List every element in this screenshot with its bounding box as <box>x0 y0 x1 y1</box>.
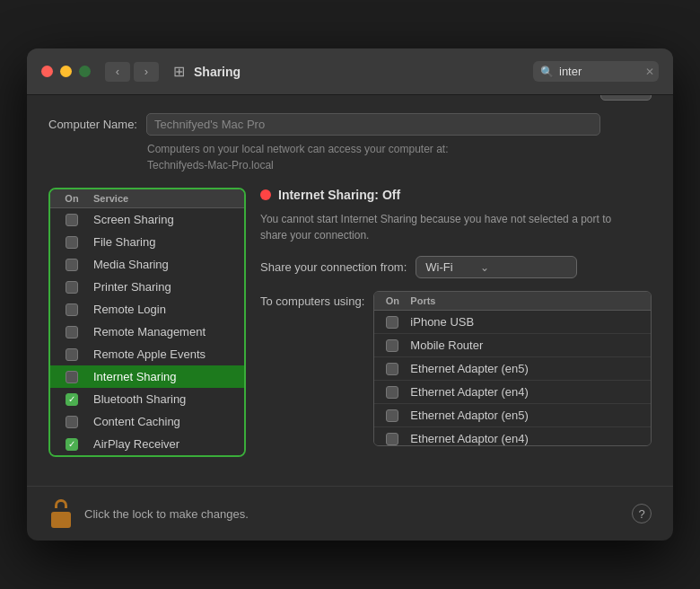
service-item-file-sharing[interactable]: File Sharing <box>50 231 244 253</box>
status-title: Internet Sharing: Off <box>278 188 400 202</box>
traffic-lights <box>41 66 91 77</box>
service-item-bluetooth-sharing[interactable]: Bluetooth Sharing <box>50 388 244 410</box>
ports-header-on: On <box>374 295 410 306</box>
back-button[interactable]: ‹ <box>105 62 130 82</box>
ports-header: On Ports <box>374 292 651 311</box>
service-item-screen-sharing[interactable]: Screen Sharing <box>50 208 244 231</box>
ports-header-ports: Ports <box>410 295 651 306</box>
port-name-ethernet-adaptor-en5: Ethernet Adaptor (en5) <box>410 409 651 422</box>
service-name-printer-sharing: Printer Sharing <box>93 280 244 294</box>
service-item-printer-sharing[interactable]: Printer Sharing <box>50 276 244 298</box>
address-line2: Technifyeds-Mac-Pro.local <box>147 157 600 173</box>
ports-body: iPhone USB Mobile Router Ethernet Adapte… <box>374 311 651 445</box>
service-name-content-caching: Content Caching <box>93 415 244 428</box>
address-line1: Computers on your local network can acce… <box>147 141 600 157</box>
service-name-airplay-receiver: AirPlay Receiver <box>93 437 244 451</box>
port-checkbox-ethernet-en5[interactable] <box>374 363 410 375</box>
port-name-ethernet-adaptor-en4: Ethernet Adaptor (en4) <box>410 432 651 445</box>
chevron-down-icon: ⌄ <box>480 261 489 274</box>
service-item-remote-apple-events[interactable]: Remote Apple Events <box>50 343 244 365</box>
service-item-media-sharing[interactable]: Media Sharing <box>50 253 244 276</box>
port-name-ethernet-en5: Ethernet Adapter (en5) <box>410 362 651 375</box>
search-bar[interactable]: 🔍 ✕ <box>533 61 659 82</box>
port-item-iphone-usb[interactable]: iPhone USB <box>374 311 651 334</box>
status-indicator <box>260 189 271 200</box>
service-checkbox-remote-management[interactable] <box>50 326 93 338</box>
search-clear-icon[interactable]: ✕ <box>645 66 654 78</box>
service-name-media-sharing: Media Sharing <box>93 258 244 271</box>
minimize-button[interactable] <box>60 66 72 77</box>
service-name-remote-management: Remote Management <box>93 325 244 338</box>
service-item-remote-login[interactable]: Remote Login <box>50 298 244 321</box>
window-title: Sharing <box>194 65 241 79</box>
service-checkbox-remote-login[interactable] <box>50 303 93 316</box>
lock-label: Click the lock to make changes. <box>84 507 621 521</box>
port-checkbox-ethernet-adaptor-en4[interactable] <box>374 433 410 445</box>
share-from-dropdown[interactable]: Wi-Fi ⌄ <box>416 256 577 278</box>
service-item-airplay-receiver[interactable]: AirPlay Receiver <box>50 433 244 455</box>
service-checkbox-internet-sharing[interactable] <box>50 371 93 383</box>
close-button[interactable] <box>41 66 53 77</box>
port-checkbox-mobile-router[interactable] <box>374 339 410 352</box>
maximize-button[interactable] <box>79 66 91 77</box>
computers-using-label: To computers using: <box>260 291 364 308</box>
services-panel: On Service Screen Sharing File Sharing M… <box>48 188 246 457</box>
right-panel: Internet Sharing: Off You cannot start I… <box>260 188 652 457</box>
port-checkbox-ethernet-adaptor-en5[interactable] <box>374 409 410 422</box>
computer-name-row: Computer Name: <box>48 113 600 136</box>
service-checkbox-bluetooth-sharing[interactable] <box>50 393 93 406</box>
lock-shackle <box>55 499 67 508</box>
help-button[interactable]: ? <box>632 504 652 523</box>
port-name-iphone-usb: iPhone USB <box>410 315 651 329</box>
service-name-file-sharing: File Sharing <box>93 235 244 249</box>
service-item-internet-sharing[interactable]: Internet Sharing <box>50 365 244 388</box>
search-input[interactable] <box>559 65 640 78</box>
computer-name-label: Computer Name: <box>48 118 137 131</box>
service-name-internet-sharing: Internet Sharing <box>93 370 244 383</box>
grid-icon[interactable]: ⊞ <box>173 63 185 80</box>
titlebar: ‹ › ⊞ Sharing 🔍 ✕ <box>27 48 673 95</box>
services-header-service: Service <box>93 193 244 204</box>
main-window: ‹ › ⊞ Sharing 🔍 ✕ Computer Name: Compute… <box>27 48 673 541</box>
nav-buttons: ‹ › <box>105 62 159 82</box>
port-name-mobile-router: Mobile Router <box>410 338 651 352</box>
ports-wrapper: On Ports iPhone USB Mobile Ro <box>373 291 652 446</box>
service-name-remote-apple-events: Remote Apple Events <box>93 347 244 361</box>
ports-table: On Ports iPhone USB Mobile Ro <box>373 291 652 446</box>
service-name-bluetooth-sharing: Bluetooth Sharing <box>93 392 244 406</box>
share-from-value: Wi-Fi <box>425 260 452 274</box>
service-checkbox-airplay-receiver[interactable] <box>50 438 93 451</box>
main-area: On Service Screen Sharing File Sharing M… <box>48 188 652 457</box>
service-item-remote-management[interactable]: Remote Management <box>50 321 244 343</box>
lock-icon[interactable] <box>48 499 74 528</box>
port-checkbox-ethernet-en4[interactable] <box>374 386 410 399</box>
services-header: On Service <box>50 189 244 208</box>
service-name-remote-login: Remote Login <box>93 303 244 316</box>
port-checkbox-iphone-usb[interactable] <box>374 316 410 329</box>
status-row: Internet Sharing: Off <box>260 188 652 202</box>
port-item-ethernet-adaptor-en4[interactable]: Ethernet Adaptor (en4) <box>374 427 651 445</box>
service-checkbox-content-caching[interactable] <box>50 416 93 428</box>
bottom-bar: Click the lock to make changes. ? <box>27 486 673 541</box>
forward-button[interactable]: › <box>134 62 159 82</box>
port-item-ethernet-en5[interactable]: Ethernet Adapter (en5) <box>374 357 651 381</box>
search-icon: 🔍 <box>540 66 554 78</box>
status-description: You cannot start Internet Sharing becaus… <box>260 211 652 243</box>
service-checkbox-remote-apple-events[interactable] <box>50 348 93 361</box>
port-name-ethernet-en4: Ethernet Adapter (en4) <box>410 385 651 399</box>
service-checkbox-media-sharing[interactable] <box>50 259 93 271</box>
port-item-ethernet-en4[interactable]: Ethernet Adapter (en4) <box>374 381 651 404</box>
service-list: Screen Sharing File Sharing Media Sharin… <box>50 208 244 455</box>
service-checkbox-printer-sharing[interactable] <box>50 281 93 294</box>
service-checkbox-screen-sharing[interactable] <box>50 214 93 226</box>
port-item-mobile-router[interactable]: Mobile Router <box>374 334 651 357</box>
service-item-content-caching[interactable]: Content Caching <box>50 410 244 433</box>
port-item-ethernet-adaptor-en5[interactable]: Ethernet Adaptor (en5) <box>374 404 651 427</box>
services-header-on: On <box>50 193 93 204</box>
lock-body <box>51 512 71 528</box>
share-from-label: Share your connection from: <box>260 260 407 274</box>
computer-name-input[interactable] <box>146 113 600 136</box>
computers-using-row: To computers using: On Ports iPhone USB <box>260 291 652 446</box>
share-from-row: Share your connection from: Wi-Fi ⌄ <box>260 256 652 278</box>
service-checkbox-file-sharing[interactable] <box>50 236 93 249</box>
